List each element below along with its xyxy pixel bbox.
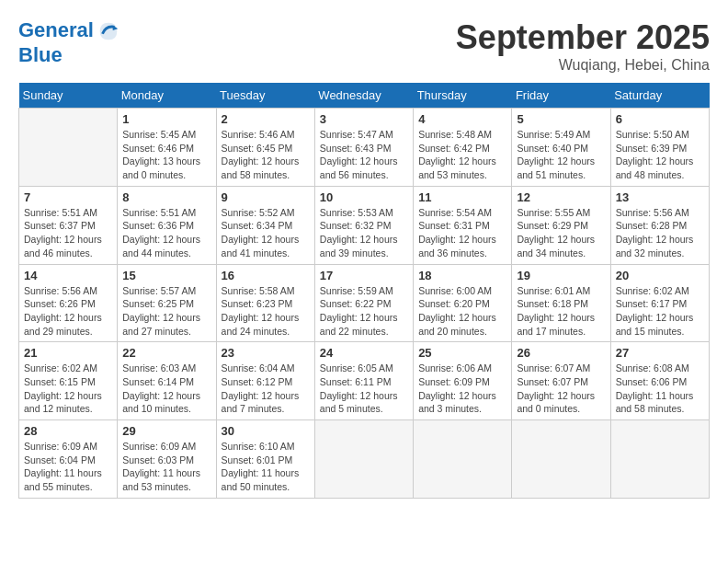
- weekday-header-tuesday: Tuesday: [216, 83, 314, 109]
- calendar-cell: 26Sunrise: 6:07 AMSunset: 6:07 PMDayligh…: [512, 342, 610, 420]
- calendar-cell: 29Sunrise: 6:09 AMSunset: 6:03 PMDayligh…: [118, 420, 216, 499]
- title-block: September 2025 Wuqiang, Hebei, China: [456, 18, 710, 74]
- day-info: Sunrise: 5:51 AMSunset: 6:36 PMDaylight:…: [122, 206, 210, 260]
- day-info: Sunrise: 5:49 AMSunset: 6:40 PMDaylight:…: [517, 128, 605, 182]
- logo-icon: [96, 18, 121, 44]
- day-info: Sunrise: 6:03 AMSunset: 6:14 PMDaylight:…: [122, 362, 210, 416]
- calendar-cell: 19Sunrise: 6:01 AMSunset: 6:18 PMDayligh…: [512, 264, 610, 342]
- calendar-cell: 23Sunrise: 6:04 AMSunset: 6:12 PMDayligh…: [216, 342, 314, 420]
- day-number: 12: [517, 190, 605, 204]
- calendar-cell: 14Sunrise: 5:56 AMSunset: 6:26 PMDayligh…: [19, 264, 118, 342]
- day-number: 6: [616, 112, 704, 126]
- day-info: Sunrise: 5:58 AMSunset: 6:23 PMDaylight:…: [222, 284, 310, 339]
- weekday-header-sunday: Sunday: [19, 83, 118, 109]
- calendar-week-row: 7Sunrise: 5:51 AMSunset: 6:37 PMDaylight…: [19, 186, 710, 264]
- calendar-cell: 17Sunrise: 5:59 AMSunset: 6:22 PMDayligh…: [314, 264, 413, 342]
- day-info: Sunrise: 6:05 AMSunset: 6:11 PMDaylight:…: [320, 362, 408, 416]
- day-info: Sunrise: 5:51 AMSunset: 6:37 PMDaylight:…: [24, 206, 112, 260]
- calendar-cell: 8Sunrise: 5:51 AMSunset: 6:36 PMDaylight…: [118, 186, 216, 264]
- calendar-cell: [512, 420, 610, 499]
- day-number: 27: [616, 346, 704, 360]
- day-info: Sunrise: 6:02 AMSunset: 6:15 PMDaylight:…: [24, 362, 112, 416]
- day-info: Sunrise: 5:52 AMSunset: 6:34 PMDaylight:…: [222, 206, 310, 260]
- location: Wuqiang, Hebei, China: [456, 57, 710, 74]
- calendar-cell: 15Sunrise: 5:57 AMSunset: 6:25 PMDayligh…: [118, 264, 216, 342]
- day-number: 24: [320, 346, 408, 360]
- calendar-cell: [314, 420, 413, 499]
- day-info: Sunrise: 5:55 AMSunset: 6:29 PMDaylight:…: [517, 206, 605, 260]
- day-info: Sunrise: 6:04 AMSunset: 6:12 PMDaylight:…: [222, 362, 310, 416]
- calendar-week-row: 28Sunrise: 6:09 AMSunset: 6:04 PMDayligh…: [19, 420, 710, 499]
- day-info: Sunrise: 6:09 AMSunset: 6:03 PMDaylight:…: [122, 440, 210, 494]
- calendar-week-row: 14Sunrise: 5:56 AMSunset: 6:26 PMDayligh…: [19, 264, 710, 342]
- calendar-cell: 1Sunrise: 5:45 AMSunset: 6:46 PMDaylight…: [118, 109, 216, 187]
- day-info: Sunrise: 5:50 AMSunset: 6:39 PMDaylight:…: [616, 128, 704, 182]
- calendar-cell: 5Sunrise: 5:49 AMSunset: 6:40 PMDaylight…: [512, 109, 610, 187]
- day-info: Sunrise: 6:01 AMSunset: 6:18 PMDaylight:…: [517, 284, 605, 339]
- calendar-cell: 7Sunrise: 5:51 AMSunset: 6:37 PMDaylight…: [19, 186, 118, 264]
- day-number: 20: [616, 269, 704, 282]
- day-number: 19: [517, 269, 605, 282]
- weekday-header-row: SundayMondayTuesdayWednesdayThursdayFrid…: [19, 83, 710, 109]
- page-header: General Blue September 2025 Wuqiang, Heb…: [18, 18, 710, 74]
- weekday-header-monday: Monday: [118, 83, 216, 109]
- day-number: 29: [122, 424, 210, 438]
- day-number: 3: [320, 112, 408, 126]
- day-number: 13: [616, 190, 704, 204]
- day-number: 9: [222, 190, 310, 204]
- day-number: 7: [24, 190, 112, 204]
- calendar-cell: 11Sunrise: 5:54 AMSunset: 6:31 PMDayligh…: [414, 186, 512, 264]
- day-info: Sunrise: 6:08 AMSunset: 6:06 PMDaylight:…: [616, 362, 704, 416]
- logo-text: General: [18, 18, 121, 44]
- calendar-week-row: 21Sunrise: 6:02 AMSunset: 6:15 PMDayligh…: [19, 342, 710, 420]
- calendar-cell: 25Sunrise: 6:06 AMSunset: 6:09 PMDayligh…: [414, 342, 512, 420]
- calendar-cell: [610, 420, 709, 499]
- calendar-cell: 4Sunrise: 5:48 AMSunset: 6:42 PMDaylight…: [414, 109, 512, 187]
- day-info: Sunrise: 5:46 AMSunset: 6:45 PMDaylight:…: [222, 128, 310, 182]
- logo-subtext: Blue: [18, 44, 121, 66]
- day-number: 14: [24, 269, 112, 282]
- calendar-cell: 18Sunrise: 6:00 AMSunset: 6:20 PMDayligh…: [414, 264, 512, 342]
- day-info: Sunrise: 5:56 AMSunset: 6:26 PMDaylight:…: [24, 284, 112, 339]
- day-number: 22: [122, 346, 210, 360]
- day-number: 5: [517, 112, 605, 126]
- calendar-cell: 30Sunrise: 6:10 AMSunset: 6:01 PMDayligh…: [216, 420, 314, 499]
- calendar-cell: [19, 109, 118, 187]
- day-info: Sunrise: 5:48 AMSunset: 6:42 PMDaylight:…: [418, 128, 506, 182]
- day-number: 26: [517, 346, 605, 360]
- calendar-week-row: 1Sunrise: 5:45 AMSunset: 6:46 PMDaylight…: [19, 109, 710, 187]
- day-info: Sunrise: 6:00 AMSunset: 6:20 PMDaylight:…: [418, 284, 506, 339]
- calendar-cell: 20Sunrise: 6:02 AMSunset: 6:17 PMDayligh…: [610, 264, 709, 342]
- day-info: Sunrise: 6:07 AMSunset: 6:07 PMDaylight:…: [517, 362, 605, 416]
- weekday-header-saturday: Saturday: [610, 83, 709, 109]
- calendar-cell: 21Sunrise: 6:02 AMSunset: 6:15 PMDayligh…: [19, 342, 118, 420]
- day-number: 8: [122, 190, 210, 204]
- day-info: Sunrise: 6:06 AMSunset: 6:09 PMDaylight:…: [418, 362, 506, 416]
- calendar-cell: 3Sunrise: 5:47 AMSunset: 6:43 PMDaylight…: [314, 109, 413, 187]
- calendar-cell: 28Sunrise: 6:09 AMSunset: 6:04 PMDayligh…: [19, 420, 118, 499]
- day-info: Sunrise: 5:56 AMSunset: 6:28 PMDaylight:…: [616, 206, 704, 260]
- calendar-table: SundayMondayTuesdayWednesdayThursdayFrid…: [18, 83, 710, 499]
- day-number: 25: [418, 346, 506, 360]
- day-number: 30: [222, 424, 310, 438]
- day-number: 15: [122, 269, 210, 282]
- day-info: Sunrise: 5:54 AMSunset: 6:31 PMDaylight:…: [418, 206, 506, 260]
- day-info: Sunrise: 6:02 AMSunset: 6:17 PMDaylight:…: [616, 284, 704, 339]
- day-number: 21: [24, 346, 112, 360]
- day-info: Sunrise: 6:09 AMSunset: 6:04 PMDaylight:…: [24, 440, 112, 494]
- month-title: September 2025: [456, 18, 710, 57]
- calendar-cell: 27Sunrise: 6:08 AMSunset: 6:06 PMDayligh…: [610, 342, 709, 420]
- day-number: 28: [24, 424, 112, 438]
- calendar-cell: 16Sunrise: 5:58 AMSunset: 6:23 PMDayligh…: [216, 264, 314, 342]
- calendar-cell: 22Sunrise: 6:03 AMSunset: 6:14 PMDayligh…: [118, 342, 216, 420]
- calendar-cell: 24Sunrise: 6:05 AMSunset: 6:11 PMDayligh…: [314, 342, 413, 420]
- day-number: 16: [222, 269, 310, 282]
- day-info: Sunrise: 5:59 AMSunset: 6:22 PMDaylight:…: [320, 284, 408, 339]
- calendar-cell: 13Sunrise: 5:56 AMSunset: 6:28 PMDayligh…: [610, 186, 709, 264]
- calendar-cell: 12Sunrise: 5:55 AMSunset: 6:29 PMDayligh…: [512, 186, 610, 264]
- logo: General Blue: [18, 18, 121, 66]
- day-number: 2: [222, 112, 310, 126]
- day-number: 11: [418, 190, 506, 204]
- calendar-cell: [414, 420, 512, 499]
- day-info: Sunrise: 5:57 AMSunset: 6:25 PMDaylight:…: [122, 284, 210, 339]
